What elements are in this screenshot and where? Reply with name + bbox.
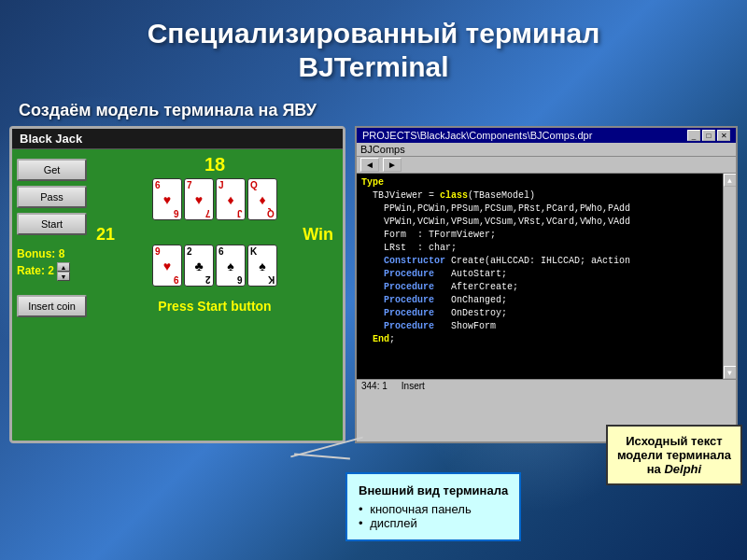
callout-delphi-word: Delphi — [664, 462, 701, 476]
edit-mode: Insert — [402, 381, 425, 391]
code-window-title: PROJECTS\BlackJack\Components\BJComps.dp… — [362, 130, 592, 141]
card-dealer-1: 6 ♥ 6 — [152, 178, 182, 220]
callout-delphi: Исходный текст модели терминала на Delph… — [606, 425, 742, 485]
code-menu-item[interactable]: BJComps — [360, 144, 405, 155]
code-body: Type TBJViewer = class(TBaseModel) PPWin… — [357, 174, 736, 379]
code-line-4: VPWin,VCWin,VPSum,VCSum,VRst,VCard,VWho,… — [361, 216, 731, 229]
code-title-buttons: _ □ ✕ — [687, 130, 730, 141]
main-content: Black Jack Get Pass Start Bonus: 8 Rate:… — [9, 126, 738, 443]
bj-bottom-info: 21 Win — [92, 225, 338, 245]
code-editor-panel: PROJECTS\BlackJack\Components\BJComps.dp… — [355, 126, 738, 443]
callout-delphi-text3: на — [647, 462, 661, 476]
callout-view-item-2: дисплей — [359, 516, 508, 530]
scroll-up-button[interactable]: ▲ — [724, 174, 737, 187]
rate-up-button[interactable]: ▲ — [57, 262, 70, 272]
page-title: Специализированный терминал BJTerminal — [19, 17, 728, 84]
card-player-4: K ♠ K — [247, 245, 277, 287]
code-line-13: End; — [361, 333, 731, 346]
code-line-1: Type — [361, 176, 731, 189]
card-player-3: 6 ♠ 6 — [216, 245, 246, 287]
get-button[interactable]: Get — [17, 159, 87, 181]
card-player-2: 2 ♣ 2 — [184, 245, 214, 287]
code-status-bar: 344: 1 Insert — [357, 379, 736, 392]
code-line-9: Procedure AfterCreate; — [361, 281, 731, 294]
code-toolbar: ◄ ► — [357, 157, 736, 174]
toolbar-back-button[interactable]: ◄ — [360, 158, 379, 172]
bonus-label: Bonus: 8 — [17, 247, 87, 260]
callout-view-list: кнопочная панель дисплей — [359, 502, 508, 530]
rate-label: Rate: 2 — [17, 264, 54, 277]
card-player-1: 9 ♥ 9 — [152, 245, 182, 287]
press-start-text: Press Start button — [92, 291, 338, 321]
toolbar-forward-button[interactable]: ► — [383, 158, 402, 172]
blackjack-panel: Black Jack Get Pass Start Bonus: 8 Rate:… — [9, 126, 345, 443]
code-line-5: Form : TFormViewer; — [361, 229, 731, 242]
dealer-cards: 6 ♥ 6 7 ♥ 7 J ♦ J Q — [92, 178, 338, 220]
insert-coin-button[interactable]: Insert coin — [17, 295, 87, 317]
code-line-10: Procedure OnChanged; — [361, 294, 731, 307]
card-dealer-4: Q ♦ Q — [247, 178, 277, 220]
player-cards: 9 ♥ 9 2 ♣ 2 6 ♠ 6 K — [92, 245, 338, 287]
code-line-8: Procedure AutoStart; — [361, 268, 731, 281]
maximize-button[interactable]: □ — [702, 130, 715, 141]
bj-controls: Get Pass Start Bonus: 8 Rate: 2 ▲ ▼ Inse… — [17, 154, 87, 321]
code-line-3: PPWin,PCWin,PPSum,PCSum,PRst,PCard,PWho,… — [361, 203, 731, 216]
code-line-11: Procedure OnDestroy; — [361, 307, 731, 320]
rate-arrows: ▲ ▼ — [57, 262, 70, 281]
minimize-button[interactable]: _ — [687, 130, 700, 141]
callout-view-title: Внешний вид терминала — [359, 483, 508, 497]
code-line-12: Procedure ShowForm — [361, 320, 731, 333]
insert-coin-container: Insert coin — [17, 295, 87, 317]
bj-title: Black Jack — [20, 132, 82, 146]
card-dealer-3: J ♦ J — [216, 178, 246, 220]
card-dealer-2: 7 ♥ 7 — [184, 178, 214, 220]
vertical-scrollbar[interactable]: ▲ ▼ — [723, 174, 736, 379]
pass-button[interactable]: Pass — [17, 186, 87, 208]
subtitle: Создаём модель терминала на ЯВУ — [19, 101, 317, 120]
bj-body: Get Pass Start Bonus: 8 Rate: 2 ▲ ▼ Inse… — [12, 149, 343, 326]
code-menu-bar: BJComps — [357, 143, 736, 157]
player-score: 21 — [96, 225, 115, 245]
scroll-down-button[interactable]: ▼ — [724, 366, 737, 379]
callout-view: Внешний вид терминала кнопочная панель д… — [345, 472, 521, 541]
rate-row: Rate: 2 ▲ ▼ — [17, 262, 87, 281]
bj-title-bar: Black Jack — [12, 129, 343, 149]
rate-down-button[interactable]: ▼ — [57, 272, 70, 281]
bj-game-area: 18 6 ♥ 6 7 ♥ 7 J ♦ — [92, 154, 338, 321]
start-button[interactable]: Start — [17, 213, 87, 235]
page-title-section: Специализированный терминал BJTerminal — [0, 0, 747, 93]
cursor-position: 344: 1 — [361, 381, 388, 391]
close-button[interactable]: ✕ — [717, 130, 730, 141]
callout-delphi-text1: Исходный текст — [626, 434, 722, 448]
code-title-bar: PROJECTS\BlackJack\Components\BJComps.dp… — [357, 128, 736, 143]
win-label: Win — [303, 225, 333, 245]
code-line-7: Constructor Create(aHLCCAD: IHLCCAD; aAc… — [361, 255, 731, 268]
bj-info: Bonus: 8 Rate: 2 ▲ ▼ — [17, 247, 87, 281]
arrow-connector-2 — [294, 453, 350, 459]
code-line-2: TBJViewer = class(TBaseModel) — [361, 189, 731, 203]
callout-view-item-1: кнопочная панель — [359, 502, 508, 516]
callout-delphi-text2: модели терминала — [617, 448, 731, 462]
dealer-score: 18 — [92, 154, 338, 175]
code-line-6: LRst : char; — [361, 242, 731, 255]
